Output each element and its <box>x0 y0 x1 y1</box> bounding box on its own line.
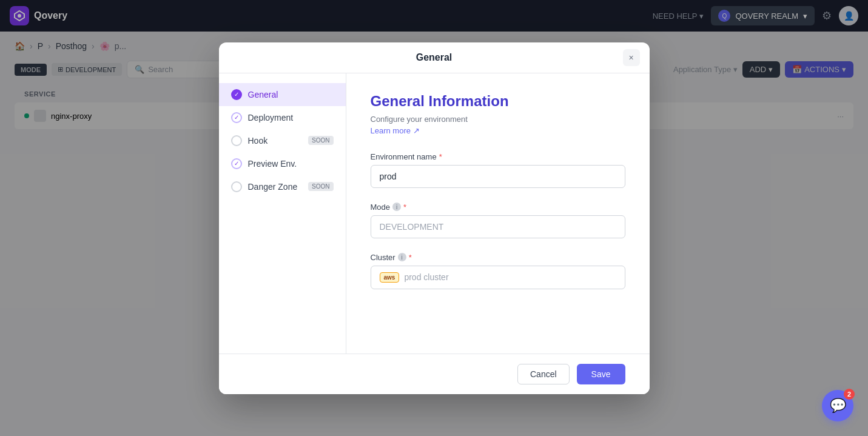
chat-bubble[interactable]: 💬 2 <box>822 390 853 421</box>
sidebar-item-deployment[interactable]: ✓ Deployment <box>219 106 346 129</box>
required-indicator: * <box>409 253 412 262</box>
content-heading: General Information <box>371 93 625 110</box>
save-button[interactable]: Save <box>577 364 625 384</box>
sidebar-item-danger-zone[interactable]: Danger Zone SOON <box>219 175 346 198</box>
modal-body: ✓ General ✓ Deployment Hook SOON ✓ Pre <box>219 73 650 354</box>
cluster-input[interactable]: aws prod cluster <box>371 266 625 289</box>
soon-badge: SOON <box>308 136 333 145</box>
check-icon: ✓ <box>231 112 242 123</box>
modal-header: General × <box>219 42 650 73</box>
env-name-input[interactable] <box>371 165 625 188</box>
check-icon: ✓ <box>231 158 242 169</box>
sidebar-item-preview-env[interactable]: ✓ Preview Env. <box>219 152 346 175</box>
check-icon: ✓ <box>231 89 242 100</box>
env-name-label: Environment name * <box>371 152 625 161</box>
sidebar-item-hook[interactable]: Hook SOON <box>219 129 346 152</box>
env-name-group: Environment name * <box>371 152 625 188</box>
cluster-group: Cluster i * aws prod cluster <box>371 253 625 289</box>
chat-icon: 💬 <box>830 398 846 414</box>
modal-footer: Cancel Save <box>219 354 650 394</box>
mode-group: Mode i * <box>371 203 625 238</box>
modal-overlay: General × ✓ General ✓ Deployment <box>0 0 868 436</box>
inactive-check-icon <box>231 135 242 146</box>
cancel-button[interactable]: Cancel <box>517 364 570 384</box>
sidebar-item-general[interactable]: ✓ General <box>219 83 346 106</box>
modal-close-button[interactable]: × <box>623 49 640 66</box>
cluster-value: prod cluster <box>404 272 448 282</box>
modal-content: General Information Configure your envir… <box>346 73 650 354</box>
mode-input[interactable] <box>371 215 625 238</box>
sidebar-item-label: Hook <box>248 136 268 146</box>
info-icon[interactable]: i <box>398 253 406 261</box>
sidebar-item-label: General <box>248 90 278 99</box>
required-indicator: * <box>403 203 406 212</box>
learn-more-link[interactable]: Learn more ↗ <box>371 126 625 135</box>
required-indicator: * <box>439 152 442 161</box>
chat-badge: 2 <box>844 389 855 400</box>
inactive-check-icon <box>231 181 242 192</box>
sidebar-item-label: Danger Zone <box>248 182 298 192</box>
modal-sidebar: ✓ General ✓ Deployment Hook SOON ✓ Pre <box>219 73 346 354</box>
aws-badge: aws <box>380 272 400 283</box>
modal: General × ✓ General ✓ Deployment <box>219 42 650 394</box>
soon-badge: SOON <box>308 182 333 191</box>
info-icon[interactable]: i <box>392 203 401 211</box>
content-subtitle: Configure your environment <box>371 115 625 124</box>
sidebar-item-label: Preview Env. <box>248 159 297 169</box>
modal-title: General <box>416 52 453 63</box>
mode-label: Mode i * <box>371 203 625 212</box>
sidebar-item-label: Deployment <box>248 113 294 122</box>
cluster-label: Cluster i * <box>371 253 625 262</box>
external-link-icon: ↗ <box>413 126 420 135</box>
